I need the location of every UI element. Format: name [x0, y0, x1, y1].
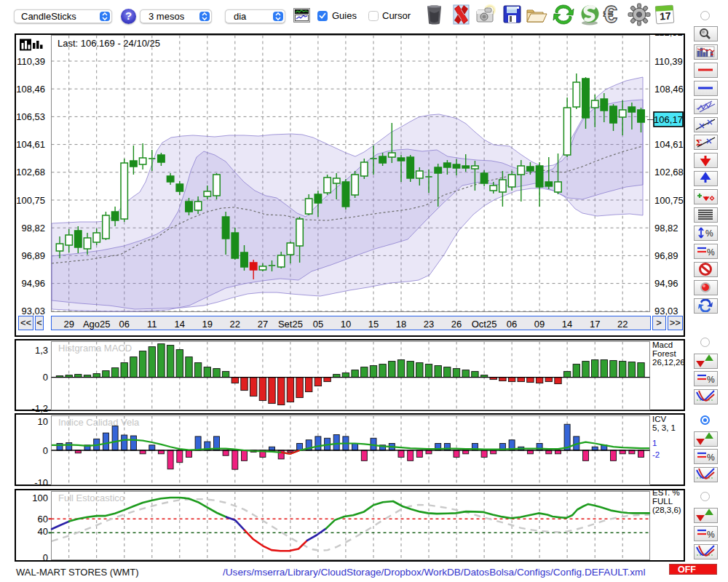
- svg-text:%: %: [705, 228, 713, 239]
- svg-text:106,17: 106,17: [654, 114, 683, 125]
- svg-text:%: %: [707, 375, 715, 385]
- svg-text:%: %: [707, 247, 715, 258]
- svg-text:%: %: [707, 530, 715, 540]
- svg-text:%: %: [707, 453, 715, 463]
